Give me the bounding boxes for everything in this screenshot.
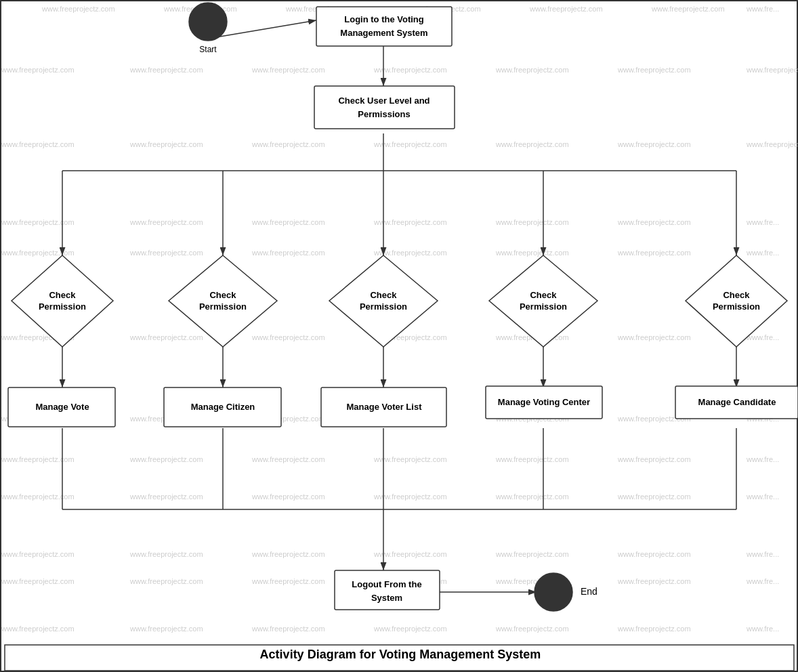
svg-text:www.freeprojectz.com: www.freeprojectz.com <box>617 625 691 633</box>
svg-text:www.freeprojectz.com: www.freeprojectz.com <box>495 455 569 463</box>
svg-text:www.freeprojectz.com: www.freeprojectz.com <box>617 218 691 226</box>
check-perm-label-1a: Check <box>49 290 76 300</box>
svg-text:www.fre...: www.fre... <box>746 5 779 13</box>
svg-text:www.freeprojectz.com: www.freeprojectz.com <box>617 550 691 558</box>
svg-text:www.fre...: www.fre... <box>746 625 779 633</box>
svg-text:www.freeprojectz.com: www.freeprojectz.com <box>495 218 569 226</box>
svg-text:www.freeprojectz.com: www.freeprojectz.com <box>129 455 203 463</box>
svg-text:www.freeprojectz.com: www.freeprojectz.com <box>617 577 691 585</box>
svg-text:www.freeprojectz.com: www.freeprojectz.com <box>129 140 203 148</box>
svg-text:www.freeprojectz.com: www.freeprojectz.com <box>373 492 447 501</box>
svg-text:www.freeprojectz.com: www.freeprojectz.com <box>129 550 203 558</box>
svg-text:www.freeprojectz.com: www.freeprojectz.com <box>617 455 691 463</box>
svg-text:www.freeprojectz.com: www.freeprojectz.com <box>129 492 203 501</box>
svg-text:www.freeprojectz.com: www.freeprojectz.com <box>251 333 325 341</box>
svg-text:www.fre...: www.fre... <box>746 577 779 585</box>
logout-node <box>335 570 440 610</box>
svg-text:www.freeprojectz.com: www.freeprojectz.com <box>1 249 75 257</box>
check-perm-label-4b: Permission <box>520 301 567 312</box>
svg-text:www.freeprojectz.com: www.freeprojectz.com <box>251 249 325 257</box>
svg-text:www.fre...: www.fre... <box>746 455 779 463</box>
svg-text:www.fre...: www.fre... <box>746 249 779 257</box>
svg-text:www.freeprojectz.com: www.freeprojectz.com <box>495 249 569 257</box>
check-perm-label-5a: Check <box>723 290 750 300</box>
svg-text:www.freeprojectz.com: www.freeprojectz.com <box>617 66 691 74</box>
diagram-container: www.freeprojectz.com www.freeprojectz.co… <box>0 0 798 672</box>
svg-text:www.freeprojectz.com: www.freeprojectz.com <box>373 550 447 558</box>
svg-text:www.freeprojectz.com: www.freeprojectz.com <box>41 5 115 13</box>
login-node <box>316 7 452 46</box>
svg-text:www.freeprojectz.com: www.freeprojectz.com <box>251 625 325 633</box>
svg-text:www.freeprojectz.com: www.freeprojectz.com <box>1 455 75 463</box>
login-label-1: Login to the Voting <box>344 14 424 24</box>
svg-text:www.freeprojectz.com: www.freeprojectz.com <box>495 140 569 148</box>
svg-text:www.fre...: www.fre... <box>746 218 779 226</box>
svg-text:www.freeprojectz.com: www.freeprojectz.com <box>1 577 75 585</box>
check-user-label-2: Permissions <box>358 109 410 119</box>
svg-text:www.freeprojectz.com: www.freeprojectz.com <box>495 492 569 501</box>
svg-text:www.freeprojectz.com: www.freeprojectz.com <box>251 577 325 585</box>
svg-text:www.freeprojectz.com: www.freeprojectz.com <box>495 66 569 74</box>
svg-text:www.freeprojectz.com: www.freeprojectz.com <box>251 218 325 226</box>
svg-text:www.freeprojectz.com: www.freeprojectz.com <box>251 550 325 558</box>
svg-text:www.freeprojectz.com: www.freeprojectz.com <box>251 66 325 74</box>
svg-text:www.fre...: www.fre... <box>746 492 779 501</box>
svg-text:www.freeprojectz.com: www.freeprojectz.com <box>373 66 447 74</box>
svg-text:www.freeprojectz.com: www.freeprojectz.com <box>373 455 447 463</box>
check-perm-label-1b: Permission <box>39 301 86 312</box>
svg-text:www.freeprojectz.com: www.freeprojectz.com <box>129 249 203 257</box>
svg-text:www.fre...: www.fre... <box>746 333 779 341</box>
svg-text:www.freeprojectz.com: www.freeprojectz.com <box>129 577 203 585</box>
svg-text:www.freeprojectz.com: www.freeprojectz.com <box>1 140 75 148</box>
end-circle <box>534 573 572 611</box>
svg-text:www.freeprojectz.com: www.freeprojectz.com <box>746 66 798 74</box>
main-svg: www.freeprojectz.com www.freeprojectz.co… <box>1 1 798 672</box>
svg-text:www.freeprojectz.com: www.freeprojectz.com <box>617 249 691 257</box>
svg-text:www.freeprojectz.com: www.freeprojectz.com <box>1 66 75 74</box>
check-user-node <box>314 86 455 129</box>
svg-text:www.freeprojectz.com: www.freeprojectz.com <box>1 625 75 633</box>
svg-text:www.freeprojectz.com: www.freeprojectz.com <box>1 492 75 501</box>
manage-vote-label: Manage Vote <box>35 402 89 412</box>
svg-text:www.freeprojectz.com: www.freeprojectz.com <box>129 218 203 226</box>
start-label: Start <box>199 45 217 54</box>
manage-voter-label: Manage Voter List <box>346 402 422 412</box>
diagram-title: Activity Diagram for Voting Management S… <box>260 648 541 661</box>
manage-candidate-label: Manage Candidate <box>698 397 776 407</box>
check-perm-label-4a: Check <box>530 290 557 300</box>
svg-text:www.freeprojectz.com: www.freeprojectz.com <box>617 140 691 148</box>
svg-text:www.freeprojectz.com: www.freeprojectz.com <box>251 140 325 148</box>
login-label-2: Management System <box>340 28 427 38</box>
check-perm-label-2a: Check <box>209 290 236 300</box>
svg-text:www.freeprojectz.com: www.freeprojectz.com <box>373 140 447 148</box>
svg-text:www.fre...: www.fre... <box>746 550 779 558</box>
manage-voting-center-label: Manage Voting Center <box>498 397 590 407</box>
svg-text:www.freeprojectz.com: www.freeprojectz.com <box>1 550 75 558</box>
svg-text:www.freeprojectz.com: www.freeprojectz.com <box>495 550 569 558</box>
logout-label-1: Logout From the <box>352 579 421 589</box>
svg-text:www.freeprojectz.com: www.freeprojectz.com <box>617 333 691 341</box>
svg-text:www.freeprojectz.com: www.freeprojectz.com <box>373 218 447 226</box>
logout-label-2: System <box>371 593 402 603</box>
svg-text:www.freeprojectz.com: www.freeprojectz.com <box>129 333 203 341</box>
check-perm-label-5b: Permission <box>713 301 760 312</box>
start-circle <box>189 3 227 41</box>
manage-citizen-label: Manage Citizen <box>191 402 255 412</box>
check-perm-label-3b: Permission <box>360 301 407 312</box>
svg-text:www.freeprojectz.com: www.freeprojectz.com <box>529 5 603 13</box>
svg-text:www.freeprojectz.com: www.freeprojectz.com <box>251 492 325 501</box>
svg-text:www.freeprojectz.com: www.freeprojectz.com <box>129 66 203 74</box>
svg-text:www.freeprojectz.com: www.freeprojectz.com <box>617 492 691 501</box>
check-perm-label-2b: Permission <box>199 301 247 312</box>
check-user-label-1: Check User Level and <box>338 96 429 106</box>
check-perm-label-3a: Check <box>370 290 397 300</box>
svg-text:www.freeprojectz.com: www.freeprojectz.com <box>746 140 798 148</box>
svg-text:www.freeprojectz.com: www.freeprojectz.com <box>651 5 725 13</box>
svg-text:www.freeprojectz.com: www.freeprojectz.com <box>373 625 447 633</box>
svg-text:www.freeprojectz.com: www.freeprojectz.com <box>129 625 203 633</box>
end-label: End <box>581 586 597 597</box>
svg-text:www.freeprojectz.com: www.freeprojectz.com <box>495 625 569 633</box>
svg-text:www.freeprojectz.com: www.freeprojectz.com <box>1 218 75 226</box>
svg-text:www.freeprojectz.com: www.freeprojectz.com <box>251 455 325 463</box>
